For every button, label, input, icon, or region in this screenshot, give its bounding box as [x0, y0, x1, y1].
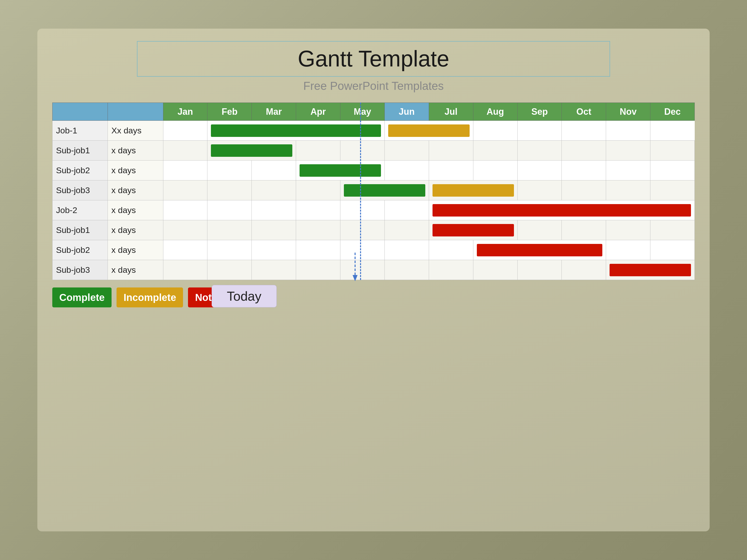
- cell-jan: [163, 181, 207, 201]
- job-duration: x days: [108, 220, 163, 240]
- th-oct: Oct: [562, 103, 606, 121]
- today-arrow-icon: [350, 252, 360, 283]
- cell-nov-sj2: [606, 161, 650, 181]
- cell-jan: [163, 121, 207, 141]
- cell-may-sj3: [340, 181, 429, 201]
- th-jun: Jun: [384, 103, 429, 121]
- th-may: May: [340, 103, 385, 121]
- cell-jul-job1: [384, 121, 473, 141]
- table-row: Sub-job1 x days: [53, 220, 695, 240]
- th-dec: Dec: [650, 103, 695, 121]
- cell-apr-sj1: [296, 141, 340, 161]
- cell-nov-job1: [562, 121, 606, 141]
- cell-feb: [207, 260, 252, 280]
- table-row: Sub-job1 x days: [53, 141, 695, 161]
- cell-jul-sj21: [429, 220, 517, 240]
- th-feb: Feb: [207, 103, 252, 121]
- gantt-container: Jan Feb Mar Apr May Jun Jul Aug Sep Oct …: [52, 103, 695, 280]
- table-row: Job-2 x days: [53, 201, 695, 220]
- cell-jan: [163, 161, 207, 181]
- cell-feb-sj1: [207, 141, 296, 161]
- bar-sj23-red: [610, 264, 691, 276]
- job-label: Sub-job2: [53, 240, 108, 260]
- cell-jun: [384, 220, 429, 240]
- complete-button[interactable]: Complete: [52, 288, 111, 308]
- cell-sep-sj2: [517, 161, 562, 181]
- table-row: Job-1 Xx days: [53, 121, 695, 141]
- cell-nov-sj1: [606, 141, 650, 161]
- svg-marker-1: [353, 275, 358, 281]
- cell-may: [340, 260, 385, 280]
- cell-oct-job1: [517, 121, 562, 141]
- job-duration: x days: [108, 141, 163, 161]
- th-aug: Aug: [473, 103, 517, 121]
- cell-jul: [429, 260, 473, 280]
- cell-feb-job1: [207, 121, 384, 141]
- cell-jul-sj3: [429, 181, 517, 201]
- cell-jun: [384, 201, 429, 220]
- job-duration: x days: [108, 201, 163, 220]
- incomplete-button[interactable]: Incomplete: [117, 288, 183, 308]
- cell-aug-sj1: [473, 141, 517, 161]
- cell-dec-sj2: [650, 161, 695, 181]
- cell-jan: [163, 141, 207, 161]
- table-row: Sub-job2 x days: [53, 161, 695, 181]
- cell-may-sj1: [340, 141, 385, 161]
- th-sep: Sep: [517, 103, 562, 121]
- cell-mar: [252, 201, 296, 220]
- cell-sep-sj3: [517, 181, 562, 201]
- slide-subtitle: Free PowerPoint Templates: [303, 79, 444, 92]
- cell-nov-sj21: [606, 220, 650, 240]
- th-apr: Apr: [296, 103, 340, 121]
- job-label: Sub-job1: [53, 220, 108, 240]
- job-label: Sub-job3: [53, 181, 108, 201]
- th-jul: Jul: [429, 103, 473, 121]
- cell-dec-sj21: [650, 220, 695, 240]
- cell-jul-sj22: [429, 240, 473, 260]
- cell-apr: [296, 220, 340, 240]
- cell-dec-job1: [606, 121, 650, 141]
- table-row: Sub-job2 x days: [53, 240, 695, 260]
- cell-aug-sj2: [473, 161, 517, 181]
- cell-apr: [296, 260, 340, 280]
- cell-sep-sj21: [517, 220, 562, 240]
- bar-job1-gold: [388, 125, 470, 137]
- cell-apr-sj2: [296, 161, 385, 181]
- cell-nov-sj22: [606, 240, 650, 260]
- cell-mar: [252, 220, 296, 240]
- th-nov: Nov: [606, 103, 650, 121]
- cell-oct-sj1: [562, 141, 606, 161]
- job-label: Job-2: [53, 201, 108, 220]
- bar-sj22-red: [477, 244, 602, 256]
- cell-may: [340, 201, 385, 220]
- cell-apr: [296, 240, 340, 260]
- cell-jun-sj2: [384, 161, 429, 181]
- cell-oct-sj2: [562, 161, 606, 181]
- cell-mar-sj3: [252, 181, 296, 201]
- bar-sj21-red: [433, 224, 514, 236]
- cell-feb: [207, 220, 252, 240]
- cell-may: [340, 240, 385, 260]
- today-label: Today: [212, 285, 277, 308]
- cell-oct: [562, 260, 606, 280]
- bar-sj1-green: [211, 144, 292, 157]
- cell-jan: [163, 220, 207, 240]
- table-row: Sub-job3 x days: [53, 260, 695, 280]
- cell-sep: [517, 260, 562, 280]
- th-mar: Mar: [252, 103, 296, 121]
- cell-jul-sj2: [429, 161, 473, 181]
- cell-sep-sj1: [517, 141, 562, 161]
- cell-jan: [163, 201, 207, 220]
- cell-jun-sj1: [384, 141, 429, 161]
- slide: Gantt Template Free PowerPoint Templates…: [37, 29, 710, 531]
- th-empty-label: [53, 103, 108, 121]
- job-duration: x days: [108, 260, 163, 280]
- header-row: Jan Feb Mar Apr May Jun Jul Aug Sep Oct …: [53, 103, 695, 121]
- cell-mar-sj2: [252, 161, 296, 181]
- cell-aug: [473, 260, 517, 280]
- cell-nov-sj23: [606, 260, 695, 280]
- cell-feb-sj2: [207, 161, 252, 181]
- slide-title: Gantt Template: [148, 46, 599, 72]
- cell-jan: [163, 260, 207, 280]
- cell-mar: [252, 240, 296, 260]
